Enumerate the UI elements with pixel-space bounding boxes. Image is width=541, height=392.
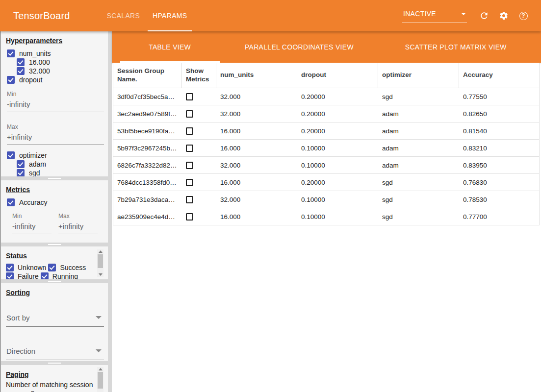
checkbox-row-optimizer[interactable]: optimizer bbox=[6, 151, 103, 160]
dropout-value: 0.20000 bbox=[297, 122, 378, 139]
session-group-name: ae235909ec4e4d… bbox=[113, 208, 182, 225]
status-item-running[interactable]: Running bbox=[41, 272, 78, 279]
col-num-units: num_units bbox=[216, 63, 297, 88]
content: Hyperparameters num_units 16.000 32.000 … bbox=[0, 31, 541, 392]
accuracy-value: 0.83950 bbox=[459, 157, 539, 173]
status-item-failure[interactable]: Failure bbox=[6, 272, 39, 279]
accuracy-min-input[interactable]: -infinity bbox=[12, 220, 52, 234]
col-session-group-name: Session Group Name. bbox=[113, 63, 182, 88]
sort-by-select[interactable]: Sort by bbox=[6, 312, 104, 327]
accuracy-value: 0.83210 bbox=[459, 140, 539, 156]
optimizer-value: sgd bbox=[378, 208, 459, 225]
num-units-value: 16.000 bbox=[216, 122, 297, 139]
status-scrollbar[interactable] bbox=[97, 249, 103, 277]
scrollbar-thumb[interactable] bbox=[98, 372, 103, 389]
section-resize-handle[interactable] bbox=[1, 361, 108, 365]
dropout-value: 0.10000 bbox=[297, 208, 378, 225]
show-metrics-checkbox[interactable] bbox=[186, 213, 193, 220]
section-resize-handle[interactable] bbox=[1, 279, 108, 283]
show-metrics-checkbox[interactable] bbox=[186, 179, 193, 186]
session-group-name: 7b29a731e3daca… bbox=[113, 191, 182, 208]
status-item-unknown[interactable]: Unknown bbox=[6, 263, 46, 272]
failure-checkbox[interactable] bbox=[6, 272, 14, 279]
optimizer-sgd-checkbox[interactable] bbox=[17, 169, 25, 176]
min-label: Min bbox=[12, 213, 52, 220]
num-units-32-checkbox[interactable] bbox=[17, 67, 25, 75]
session-group-name: 6826c7fa3322d82… bbox=[113, 157, 182, 173]
chevron-down-icon bbox=[96, 316, 102, 319]
min-label: Min bbox=[7, 91, 103, 98]
optimizer-value: adam bbox=[378, 122, 459, 139]
min-input[interactable]: -infinity bbox=[7, 98, 104, 112]
checkbox-row-sgd[interactable]: sgd bbox=[6, 169, 103, 176]
show-metrics-checkbox[interactable] bbox=[186, 196, 193, 203]
accuracy-checkbox[interactable] bbox=[7, 198, 15, 206]
sorting-section: Sorting Sort by Direction bbox=[1, 283, 108, 361]
hyperparameters-heading: Hyperparameters bbox=[6, 37, 103, 45]
num-units-checkbox[interactable] bbox=[7, 49, 15, 57]
table-row: 6826c7fa3322d82… 32.000 0.10000 adam 0.8… bbox=[113, 157, 539, 174]
accuracy-value: 0.77550 bbox=[459, 88, 539, 105]
unknown-checkbox[interactable] bbox=[6, 264, 14, 271]
dropout-value: 0.10000 bbox=[297, 140, 378, 156]
max-input[interactable]: +infinity bbox=[7, 130, 104, 145]
scroll-up-icon[interactable] bbox=[97, 367, 103, 371]
accuracy-range-fields: Min -infinity Max +infinity bbox=[6, 207, 103, 234]
dropout-value: 0.20000 bbox=[297, 105, 378, 122]
tab-parallel-coordinates-view[interactable]: PARALLEL COORDINATES VIEW bbox=[228, 31, 370, 63]
table-row: 3df0d7cf35bec5a… 32.000 0.20000 sgd 0.77… bbox=[113, 88, 539, 105]
gear-icon[interactable] bbox=[499, 11, 509, 21]
optimizer-value: sgd bbox=[378, 88, 459, 105]
checkbox-row-adam[interactable]: adam bbox=[6, 160, 103, 169]
session-group-name: 5b97f3c2967245b… bbox=[113, 140, 182, 156]
paging-scrollbar[interactable] bbox=[97, 367, 103, 392]
scrollbar-thumb[interactable] bbox=[98, 254, 103, 268]
sidebar: Hyperparameters num_units 16.000 32.000 … bbox=[0, 31, 108, 392]
show-metrics-checkbox[interactable] bbox=[186, 145, 193, 152]
direction-select[interactable]: Direction bbox=[6, 345, 104, 360]
matching-session-groups-text: Number of matching session groups: 8 bbox=[6, 381, 103, 392]
checkbox-row-accuracy[interactable]: Accuracy bbox=[6, 198, 103, 207]
status-dropdown[interactable]: INACTIVE bbox=[402, 8, 467, 23]
checkbox-row-16[interactable]: 16.000 bbox=[6, 58, 103, 67]
optimizer-value: sgd bbox=[378, 174, 459, 191]
success-checkbox[interactable] bbox=[48, 264, 56, 271]
refresh-icon[interactable] bbox=[479, 11, 489, 21]
session-group-name: 7684dcc13358fd0… bbox=[113, 174, 182, 191]
show-metrics-checkbox[interactable] bbox=[186, 127, 193, 135]
accuracy-value: 0.77700 bbox=[459, 208, 539, 225]
num-units-value: 16.000 bbox=[216, 140, 297, 156]
dropout-checkbox[interactable] bbox=[7, 76, 15, 84]
tab-table-view[interactable]: TABLE VIEW bbox=[112, 31, 228, 63]
scroll-down-icon[interactable] bbox=[97, 272, 103, 277]
tab-scalars[interactable]: SCALARS bbox=[102, 0, 145, 31]
section-resize-handle[interactable] bbox=[1, 243, 108, 246]
accuracy-value: 0.82650 bbox=[459, 105, 539, 122]
num-units-16-checkbox[interactable] bbox=[17, 58, 25, 66]
accuracy-value: 0.76830 bbox=[459, 174, 539, 191]
show-metrics-checkbox[interactable] bbox=[186, 93, 193, 100]
checkbox-row-dropout[interactable]: dropout bbox=[6, 75, 103, 84]
metrics-section: Metrics Accuracy Min -infinity Max +infi… bbox=[1, 180, 108, 243]
num-units-value: 32.000 bbox=[216, 105, 297, 122]
checkbox-row-num-units[interactable]: num_units bbox=[6, 49, 103, 58]
running-checkbox[interactable] bbox=[41, 272, 49, 279]
show-metrics-checkbox[interactable] bbox=[186, 110, 193, 118]
tab-scatter-plot-matrix-view[interactable]: SCATTER PLOT MATRIX VIEW bbox=[371, 31, 541, 63]
optimizer-adam-checkbox[interactable] bbox=[17, 160, 25, 168]
help-icon[interactable]: ? bbox=[518, 11, 528, 21]
tab-hparams[interactable]: HPARAMS bbox=[148, 0, 192, 31]
dropout-value: 0.10000 bbox=[297, 157, 378, 173]
dropout-min-field: Min -infinity bbox=[6, 91, 103, 112]
section-resize-handle[interactable] bbox=[1, 176, 108, 180]
status-item-success[interactable]: Success bbox=[48, 263, 86, 272]
checkbox-row-32[interactable]: 32.000 bbox=[6, 67, 103, 75]
header-tabs: SCALARS HPARAMS bbox=[101, 0, 194, 31]
accuracy-max-input[interactable]: +infinity bbox=[58, 220, 98, 234]
app-header: TensorBoard SCALARS HPARAMS INACTIVE ? bbox=[0, 0, 541, 31]
scroll-up-icon[interactable] bbox=[97, 249, 103, 254]
num-units-value: 16.000 bbox=[216, 174, 297, 191]
dropout-value: 0.20000 bbox=[297, 88, 378, 105]
optimizer-checkbox[interactable] bbox=[7, 151, 15, 159]
show-metrics-checkbox[interactable] bbox=[186, 162, 193, 169]
